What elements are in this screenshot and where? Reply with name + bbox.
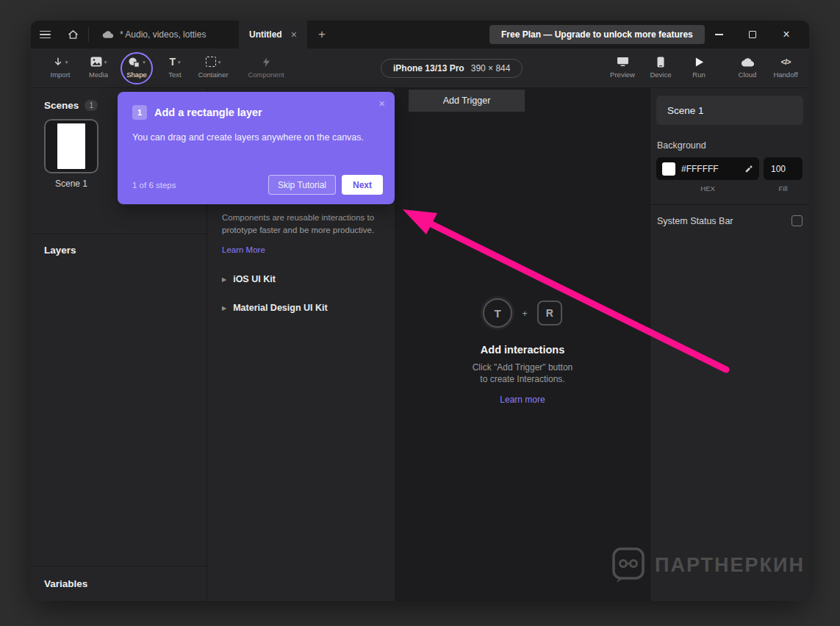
tool-label: Media <box>89 71 108 79</box>
response-letter: R <box>546 307 553 319</box>
tutorial-title: Add a rectangle layer <box>154 107 262 118</box>
color-swatch[interactable] <box>662 162 675 176</box>
window-controls: × <box>702 21 803 48</box>
add-trigger-button[interactable]: Add Trigger <box>409 90 525 112</box>
menu-button[interactable] <box>31 21 59 48</box>
container-tool[interactable]: ▾ Container <box>194 48 232 88</box>
maximize-icon <box>749 31 756 38</box>
scene-name[interactable]: Scene 1 <box>44 179 98 189</box>
handoff-button[interactable]: </> Handoff <box>767 48 805 88</box>
component-tool[interactable]: Component <box>247 48 285 88</box>
properties-panel: Scene 1 Background #FFFFFF 100 HEX Fill <box>650 88 809 601</box>
chevron-down-icon: ▾ <box>178 60 181 65</box>
variables-section[interactable]: Variables <box>31 566 207 601</box>
next-button[interactable]: Next <box>342 175 383 195</box>
tool-label: Device <box>650 71 671 79</box>
trigger-letter: T <box>495 307 501 320</box>
plus-icon: + <box>522 308 528 319</box>
cloud-button[interactable]: Cloud <box>728 48 767 88</box>
tab-label: Untitled <box>249 29 282 40</box>
new-tab-button[interactable]: + <box>307 21 337 48</box>
preview-icon <box>617 57 629 67</box>
run-button[interactable]: Run <box>680 48 718 88</box>
tutorial-popup: × 1 Add a rectangle layer You can drag a… <box>118 92 395 204</box>
import-icon <box>53 57 63 68</box>
app-window: * Audio, videos, lotties Untitled × + Fr… <box>31 21 809 601</box>
tool-label: Container <box>198 71 228 79</box>
device-selector[interactable]: iPhone 13/13 Pro 390 × 844 <box>381 59 523 78</box>
maximize-button[interactable] <box>736 21 769 48</box>
divider <box>650 204 809 205</box>
tab-audio-videos-lotties[interactable]: * Audio, videos, lotties <box>90 21 239 48</box>
scenes-title: Scenes <box>44 100 79 111</box>
play-icon <box>694 57 704 68</box>
scenes-count-badge: 1 <box>85 100 98 111</box>
empty-state: T + R Add interactions Click "Add Trigge… <box>395 298 650 405</box>
shape-icon <box>128 57 140 68</box>
glasses-icon <box>611 547 645 583</box>
fill-opacity-input[interactable]: 100 <box>764 157 803 180</box>
chevron-down-icon: ▾ <box>104 60 107 65</box>
chevron-right-icon: ▶ <box>222 276 226 283</box>
system-status-bar-checkbox[interactable] <box>791 215 803 226</box>
scene-thumbnail[interactable] <box>44 119 98 173</box>
hex-unit-label: HEX <box>656 184 759 193</box>
cloud-icon <box>102 30 114 39</box>
kit-material-design-ui-kit[interactable]: ▶ Material Design UI Kit <box>222 303 380 313</box>
kit-label: iOS UI Kit <box>233 274 276 284</box>
tool-label: Preview <box>610 71 635 79</box>
background-label: Background <box>657 140 803 151</box>
close-icon: × <box>783 29 789 40</box>
hex-value[interactable]: #FFFFFF <box>681 164 739 174</box>
kit-ios-ui-kit[interactable]: ▶ iOS UI Kit <box>222 274 380 284</box>
components-description: Components are reusable interactions to … <box>222 212 380 236</box>
preview-button[interactable]: Preview <box>603 48 642 88</box>
empty-state-title: Add interactions <box>481 344 564 356</box>
trigger-icon: T <box>483 298 512 328</box>
tool-label: Component <box>248 71 284 79</box>
text-tool[interactable]: T ▾ Text <box>156 48 194 88</box>
shape-tool[interactable]: ▾ Shape <box>118 48 156 88</box>
plan-banner[interactable]: Free Plan — Upgrade to unlock more featu… <box>489 25 705 44</box>
skip-tutorial-button[interactable]: Skip Tutorial <box>268 175 336 195</box>
component-icon <box>262 57 270 68</box>
home-button[interactable] <box>59 21 87 48</box>
tool-label: Import <box>51 71 71 79</box>
text-icon: T <box>169 57 176 67</box>
variables-title: Variables <box>44 578 87 589</box>
layers-title: Layers <box>44 245 76 256</box>
chevron-right-icon: ▶ <box>222 305 226 312</box>
phone-icon <box>657 57 664 68</box>
close-tab-icon[interactable]: × <box>291 29 297 40</box>
canvas[interactable]: Add Trigger T + R Add interactions Click… <box>395 88 650 601</box>
tool-label: Run <box>692 71 705 79</box>
chevron-down-icon: ▾ <box>218 60 221 65</box>
empty-state-hint: Click "Add Trigger" button to create Int… <box>473 361 573 385</box>
device-button[interactable]: Device <box>642 48 680 88</box>
tab-label: * Audio, videos, lotties <box>120 29 206 40</box>
step-badge: 1 <box>132 105 147 120</box>
tutorial-body: You can drag and create layers anywhere … <box>132 132 380 143</box>
minimize-button[interactable] <box>702 21 736 48</box>
hex-color-input[interactable]: #FFFFFF <box>656 157 759 180</box>
import-tool[interactable]: ▾ Import <box>41 48 79 88</box>
cloud-icon <box>741 57 755 68</box>
eyedropper-icon[interactable] <box>744 165 753 173</box>
media-tool[interactable]: ▾ Media <box>79 48 118 88</box>
close-window-button[interactable]: × <box>769 21 803 48</box>
hamburger-icon <box>40 31 51 39</box>
response-icon: R <box>537 301 562 325</box>
watermark-text: ПАРТНЕРКИН <box>655 554 805 577</box>
tool-label: Text <box>168 71 181 79</box>
learn-more-link[interactable]: Learn more <box>500 395 545 405</box>
minimize-icon <box>715 34 723 35</box>
kit-label: Material Design UI Kit <box>233 303 328 313</box>
close-icon[interactable]: × <box>378 97 385 109</box>
watermark: ПАРТНЕРКИН <box>611 547 805 583</box>
tab-untitled[interactable]: Untitled × <box>239 21 307 48</box>
learn-more-link[interactable]: Learn More <box>222 245 265 254</box>
scene-title: Scene 1 <box>656 96 803 125</box>
tool-label: Shape <box>126 71 146 79</box>
titlebar: * Audio, videos, lotties Untitled × + Fr… <box>31 21 809 48</box>
media-icon <box>90 57 102 67</box>
